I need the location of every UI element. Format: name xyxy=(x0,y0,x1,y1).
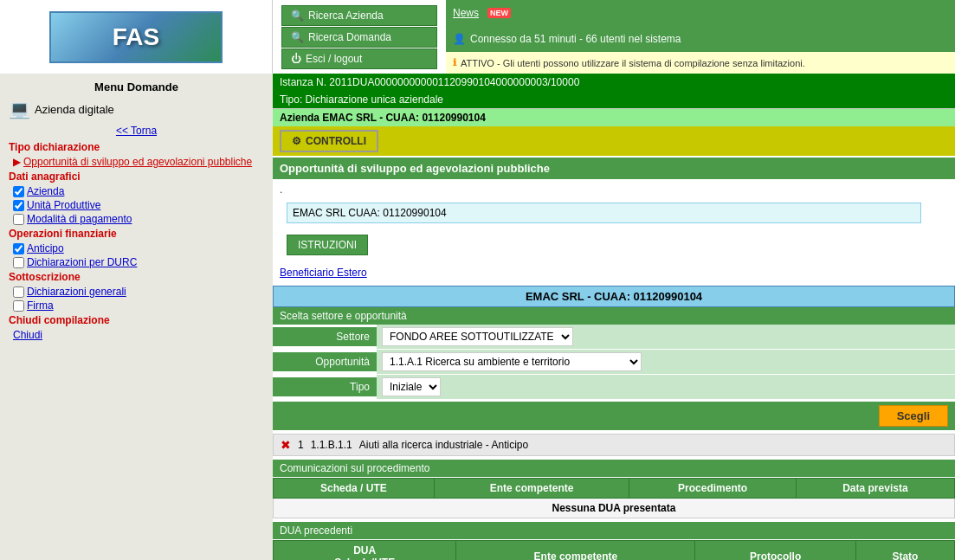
controls-bar: ⚙ CONTROLLI xyxy=(273,126,955,156)
dichiarazioni-link[interactable]: Dichiarazioni generali xyxy=(27,286,126,298)
info-icon: ℹ xyxy=(453,57,456,68)
unita-link[interactable]: Unità Produttive xyxy=(27,199,100,211)
user-icon: 👤 xyxy=(453,33,466,45)
section-tipo: Tipo dichiarazione xyxy=(4,139,268,155)
controls-button[interactable]: ⚙ CONTROLLI xyxy=(280,130,378,152)
comm-header-scheda: Scheda / UTE xyxy=(274,479,435,499)
istruzioni-row: ISTRUZIONI xyxy=(273,226,955,264)
section-operazioni: Operazioni finanziarie xyxy=(4,226,268,241)
tipo-select[interactable]: Iniziale xyxy=(382,377,441,396)
connected-bar: 👤 Connesso da 51 minuti - 66 utenti nel … xyxy=(446,26,955,52)
istruzioni-button[interactable]: ISTRUZIONI xyxy=(287,235,368,255)
durc-checkbox[interactable] xyxy=(13,257,24,268)
azienda-link[interactable]: Azienda xyxy=(27,185,64,197)
azienda-input-row xyxy=(273,200,955,226)
gear-icon: ⚙ xyxy=(292,135,301,147)
sidebar-item-dichiarazioni: Dichiarazioni generali xyxy=(4,285,268,299)
beneficiario-link[interactable]: Beneficiario Estero xyxy=(273,264,955,281)
content-area: Istanza N. 2011DUA0000000000011209901040… xyxy=(273,74,955,560)
news-label[interactable]: News xyxy=(453,7,479,19)
comunicazioni-label: Comunicazioni sul procedimento xyxy=(273,460,955,477)
comm-header-data: Data prevista xyxy=(796,479,954,499)
scegli-row: Scegli xyxy=(273,402,955,430)
sidebar-item-chiudi[interactable]: Chiudi xyxy=(4,328,268,342)
settore-select[interactable]: FONDO AREE SOTTOUTILIZZATE xyxy=(382,327,573,346)
search-icon-2: 🔍 xyxy=(291,31,304,43)
azienda-bar: Azienda EMAC SRL - CUAA: 01120990104 xyxy=(273,108,955,126)
delete-icon[interactable]: ✖ xyxy=(281,438,291,452)
opportunita-label: Opportunità xyxy=(273,352,377,371)
active-label: ATTIVO - Gli utenti possono utilizzare i… xyxy=(461,58,805,68)
connected-label: Connesso da 51 minuti - 66 utenti nel si… xyxy=(470,33,681,45)
firma-link[interactable]: Firma xyxy=(27,299,54,312)
opportunita-link[interactable]: Opportunità di sviluppo ed agevolazioni … xyxy=(23,156,252,168)
logout-button[interactable]: ⏻ Esci / logout xyxy=(281,48,437,69)
sidebar-item-opportunita[interactable]: ▶ Opportunità di sviluppo ed agevolazion… xyxy=(4,155,268,169)
sidebar-item-firma: Firma xyxy=(4,299,268,312)
laptop-icon: 💻 xyxy=(9,99,30,119)
item-code: 1.1.B.1.1 xyxy=(311,439,352,451)
news-bar: News NEW xyxy=(446,0,955,26)
power-icon: ⏻ xyxy=(291,53,301,65)
anticipo-checkbox[interactable] xyxy=(13,243,24,254)
opportunita-value: 1.1.A.1 Ricerca su ambiente e territorio xyxy=(377,350,955,374)
app-title: FAS xyxy=(113,23,159,51)
back-link-row: << Torna xyxy=(4,122,268,139)
dua-header-protocollo: Protocollo xyxy=(695,541,855,561)
company-label: Azienda digitale xyxy=(35,103,114,116)
comm-header-procedimento: Procedimento xyxy=(629,479,796,499)
firma-checkbox[interactable] xyxy=(13,300,24,312)
emac-section: EMAC SRL - CUAA: 01120990104 Scelta sett… xyxy=(273,286,955,560)
search-icon: 🔍 xyxy=(291,10,304,22)
dot-row: . xyxy=(273,179,955,200)
opportunita-row: Opportunità 1.1.A.1 Ricerca su ambiente … xyxy=(273,350,955,375)
sidebar-title: Menu Domande xyxy=(4,78,268,96)
tipo-label: Tipo xyxy=(273,377,377,396)
tipo-value: Iniziale xyxy=(377,375,955,399)
istanza-line1: Istanza N. 2011DUA0000000000011209901040… xyxy=(273,74,955,91)
logo-box: FAS xyxy=(49,11,223,63)
section-chiudi: Chiudi compilazione xyxy=(4,312,268,328)
settore-label: Settore xyxy=(273,327,377,346)
azienda-checkbox[interactable] xyxy=(13,186,24,197)
dua-header-scheda: DUAScheda/UTE xyxy=(274,541,456,561)
opportunita-select[interactable]: 1.1.A.1 Ricerca su ambiente e territorio xyxy=(382,352,642,371)
nav-buttons: 🔍 Ricerca Azienda 🔍 Ricerca Domanda ⏻ Es… xyxy=(273,0,446,74)
sidebar-item-unita: Unità Produttive xyxy=(4,198,268,212)
settore-row: Settore FONDO AREE SOTTOUTILIZZATE xyxy=(273,325,955,350)
tipo-row: Tipo Iniziale xyxy=(273,375,955,400)
ricerca-domanda-button[interactable]: 🔍 Ricerca Domanda xyxy=(281,27,437,48)
istanza-line2: Tipo: Dichiarazione unica aziendale xyxy=(273,91,955,108)
comm-empty: Nessuna DUA presentata xyxy=(274,499,955,518)
azienda-input[interactable] xyxy=(287,203,921,223)
unita-checkbox[interactable] xyxy=(13,200,24,211)
scelta-settore-label: Scelta settore e opportunità xyxy=(273,307,955,325)
item-row: ✖ 1 1.1.B.1.1 Aiuti alla ricerca industr… xyxy=(273,434,955,456)
modalita-link[interactable]: Modalità di pagamento xyxy=(27,213,132,225)
chiudi-link[interactable]: Chiudi xyxy=(13,329,42,341)
top-buttons: 🔍 Ricerca Azienda 🔍 Ricerca Domanda ⏻ Es… xyxy=(273,0,955,74)
ricerca-azienda-button[interactable]: 🔍 Ricerca Azienda xyxy=(281,5,437,26)
scegli-button[interactable]: Scegli xyxy=(879,405,948,427)
sidebar-item-azienda: Azienda xyxy=(4,184,268,198)
section-sottoscrizione: Sottoscrizione xyxy=(4,269,268,285)
dichiarazioni-checkbox[interactable] xyxy=(13,286,24,298)
news-badge: NEW xyxy=(487,8,511,18)
comm-empty-row: Nessuna DUA presentata xyxy=(274,499,955,518)
top-status: News NEW 👤 Connesso da 51 minuti - 66 ut… xyxy=(446,0,955,74)
sidebar: Menu Domande 💻 Azienda digitale << Torna… xyxy=(0,74,273,560)
comunicazioni-table: Scheda / UTE Ente competente Procediment… xyxy=(273,478,955,518)
emac-header: EMAC SRL - CUAA: 01120990104 xyxy=(273,286,955,307)
top-right: 🔍 Ricerca Azienda 🔍 Ricerca Domanda ⏻ Es… xyxy=(273,0,955,74)
item-desc: Aiuti alla ricerca industriale - Anticip… xyxy=(359,439,528,451)
modalita-checkbox[interactable] xyxy=(13,214,24,225)
item-number: 1 xyxy=(298,439,304,451)
active-bar: ℹ ATTIVO - Gli utenti possono utilizzare… xyxy=(446,52,955,74)
logo-area: FAS xyxy=(0,0,273,74)
durc-link[interactable]: Dichiarazioni per DURC xyxy=(27,256,137,268)
dua-precedenti-label: DUA precedenti xyxy=(273,522,955,539)
back-link[interactable]: << Torna xyxy=(116,125,157,137)
anticipo-link[interactable]: Anticipo xyxy=(27,242,64,254)
sidebar-item-modalita: Modalità di pagamento xyxy=(4,212,268,226)
section-dati: Dati anagrafici xyxy=(4,169,268,184)
